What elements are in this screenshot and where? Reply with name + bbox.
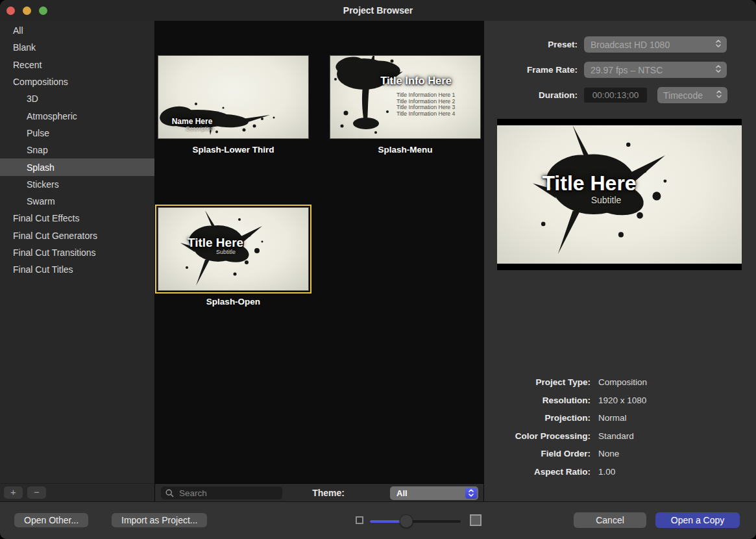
info-value: Composition <box>598 373 647 392</box>
thumbnail-size-large-icon <box>470 514 482 526</box>
zoom-button[interactable] <box>39 6 47 15</box>
open-other-button[interactable]: Open Other... <box>14 513 88 527</box>
project-info-table: Project Type:CompositionResolution:1920 … <box>484 373 756 481</box>
info-label: Projection: <box>484 409 591 427</box>
sidebar-item-compositions[interactable]: Compositions <box>0 73 154 90</box>
duration-unit-value: Timecode <box>663 90 703 101</box>
template-art-subtitle: Subtitle <box>216 249 236 255</box>
info-value: Normal <box>598 409 627 427</box>
sidebar-item-stickers[interactable]: Stickers <box>0 176 154 193</box>
close-button[interactable] <box>6 6 15 15</box>
sidebar-item-label: All <box>13 25 23 36</box>
info-label: Color Processing: <box>484 427 591 445</box>
theme-value: All <box>396 488 408 498</box>
thumbnail-size-small-icon <box>356 516 363 524</box>
info-row-projection: Projection:Normal <box>484 409 756 427</box>
slider-knob[interactable] <box>400 514 413 528</box>
frame-rate-value: 29.97 fps – NTSC <box>591 65 663 75</box>
project-browser-window: Project Browser AllBlankRecentCompositio… <box>0 0 756 539</box>
sidebar-item-all[interactable]: All <box>0 22 154 39</box>
import-as-project-button[interactable]: Import as Project... <box>112 513 207 527</box>
search-icon <box>165 489 174 497</box>
preview-title: Title Here <box>542 171 636 195</box>
sidebar-item-label: Final Cut Transitions <box>13 247 96 258</box>
inspector-panel: Preset: Broadcast HD 1080 Frame Rate: 29… <box>484 21 756 501</box>
frame-rate-label: Frame Rate: <box>484 62 578 78</box>
sidebar-item-label: Final Cut Generators <box>13 231 97 241</box>
remove-button[interactable]: − <box>27 486 46 499</box>
duration-field[interactable]: 00:00:13;00 <box>584 88 647 103</box>
info-label: Field Order: <box>484 445 591 463</box>
template-art-title: Title Info Here <box>380 75 452 87</box>
add-button[interactable]: + <box>4 486 23 499</box>
sidebar-item-label: Splash <box>27 162 55 173</box>
search-field[interactable] <box>161 486 282 499</box>
chevron-updown-icon <box>716 90 722 101</box>
minimize-button[interactable] <box>23 6 31 15</box>
sidebar-item-label: Atmospheric <box>27 111 77 121</box>
sidebar-item-label: Swarm <box>27 196 55 207</box>
chevron-updown-icon <box>715 39 722 51</box>
sidebar-item-label: Snap <box>27 145 48 155</box>
sidebar-item-splash[interactable]: Splash <box>0 158 154 175</box>
frame-rate-dropdown[interactable]: 29.97 fps – NTSC <box>584 62 727 78</box>
info-row-field-order: Field Order:None <box>484 445 756 463</box>
cancel-button[interactable]: Cancel <box>574 512 646 528</box>
sidebar-item-recent[interactable]: Recent <box>0 56 154 73</box>
sidebar-item-label: Recent <box>13 60 42 70</box>
sidebar-item-label: Pulse <box>27 128 49 138</box>
sidebar-item-blank[interactable]: Blank <box>0 39 154 56</box>
sidebar-item-final-cut-transitions[interactable]: Final Cut Transitions <box>0 244 154 261</box>
template-thumbnail-splash-lower-third[interactable]: Name Here Description Splash-Lower Third <box>158 55 309 155</box>
template-art-line: Title Information Here 4 <box>396 111 455 118</box>
sidebar-item-final-cut-generators[interactable]: Final Cut Generators <box>0 227 154 244</box>
chevron-updown-icon <box>465 488 477 499</box>
info-row-resolution: Resolution:1920 x 1080 <box>484 392 756 410</box>
theme-dropdown[interactable]: All <box>390 486 478 500</box>
template-thumbnail-splash-open[interactable]: Title Here Subtitle Splash-Open <box>158 207 309 307</box>
sidebar-item-snap[interactable]: Snap <box>0 142 154 158</box>
info-row-project-type: Project Type:Composition <box>484 373 756 392</box>
project-preview: Title Here Subtitle <box>497 119 742 270</box>
sidebar-item-final-cut-titles[interactable]: Final Cut Titles <box>0 261 154 278</box>
template-browser: Name Here Description Splash-Lower Third <box>155 21 484 501</box>
sidebar-item-label: Stickers <box>27 179 59 190</box>
search-input[interactable] <box>178 488 275 499</box>
sidebar-item-swarm[interactable]: Swarm <box>0 193 154 210</box>
duration-label: Duration: <box>484 87 578 103</box>
category-list: AllBlankRecentCompositions3DAtmosphericP… <box>0 21 154 278</box>
template-art-title: Title Here <box>188 236 243 250</box>
info-label: Project Type: <box>484 373 591 392</box>
info-row-color-processing: Color Processing:Standard <box>484 427 756 445</box>
info-row-aspect-ratio: Aspect Ratio:1.00 <box>484 463 756 481</box>
sidebar-actions: + − <box>0 483 154 501</box>
sidebar-item-pulse[interactable]: Pulse <box>0 125 154 142</box>
sidebar-item-final-cut-effects[interactable]: Final Cut Effects <box>0 210 154 227</box>
sidebar-item-label: Final Cut Titles <box>13 264 73 275</box>
info-value: Standard <box>598 427 634 445</box>
open-a-copy-button[interactable]: Open a Copy <box>655 512 740 528</box>
browser-bottom-bar: Theme: All <box>155 483 483 501</box>
theme-label: Theme: <box>312 484 345 502</box>
ink-splash-graphic <box>158 56 309 139</box>
sidebar-item-3d[interactable]: 3D <box>0 90 154 107</box>
title-bar: Project Browser <box>0 0 756 21</box>
traffic-lights <box>6 6 47 15</box>
sidebar-item-label: 3D <box>27 94 38 104</box>
preview-image: Title Here Subtitle <box>497 125 742 264</box>
template-art-subtitle: Description <box>186 125 214 132</box>
thumbnail-size-slider[interactable] <box>370 513 461 529</box>
chevron-updown-icon <box>715 64 722 76</box>
preset-dropdown[interactable]: Broadcast HD 1080 <box>584 36 727 53</box>
sidebar-item-label: Compositions <box>13 77 68 87</box>
sidebar-item-atmospheric[interactable]: Atmospheric <box>0 107 154 124</box>
preview-subtitle: Subtitle <box>591 195 622 205</box>
preset-label: Preset: <box>484 36 578 53</box>
duration-unit-dropdown[interactable]: Timecode <box>657 87 727 103</box>
sidebar-item-label: Final Cut Effects <box>13 213 79 223</box>
thumbnail-image: Name Here Description <box>158 55 309 139</box>
template-thumbnail-splash-menu[interactable]: Title Info Here Title Information Here 1… <box>330 55 481 155</box>
info-value: None <box>598 445 619 463</box>
info-label: Aspect Ratio: <box>484 463 591 481</box>
category-sidebar: AllBlankRecentCompositions3DAtmosphericP… <box>0 21 155 501</box>
